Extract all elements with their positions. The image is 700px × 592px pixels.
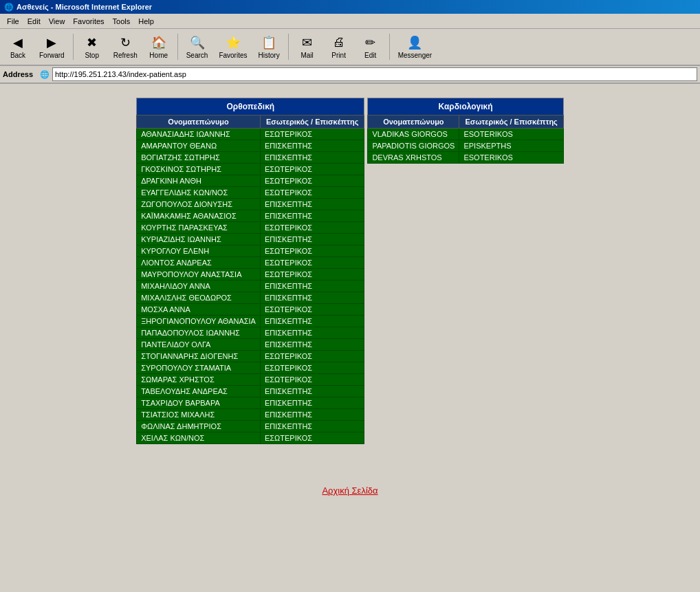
ortho-row[interactable]: ΕΥΑΓΓΕΛΙΔΗΣ ΚΩΝ/ΝΟΣΕΣΩΤΕΡΙΚΟΣ [137,187,364,199]
ortho-row[interactable]: ΤΣΙΑΤΣΙΟΣ ΜΙΧΑΛΗΣΕΠΙΣΚΕΠΤΗΣ [137,409,364,421]
ortho-name-cell: ΚΥΡΟΓΛΟΥ ΕΛΕΝΗ [137,245,261,257]
edit-button[interactable]: ✏ Edit [356,30,386,63]
ortho-row[interactable]: ΚΑΪΜΑΚΑΜΗΣ ΑΘΑΝΑΣΙΟΣΕΠΙΣΚΕΠΤΗΣ [137,210,364,222]
menu-favorites[interactable]: Favorites [69,16,108,27]
ortho-table: Ορθοπεδική Ονοματεπώνυμο Εσωτερικός / Επ… [136,98,364,444]
ortho-section-header: Ορθοπεδική [137,98,364,116]
menu-bar: File Edit View Favorites Tools Help [0,14,700,29]
menu-tools[interactable]: Tools [109,16,135,27]
ortho-row[interactable]: ΤΣΑΧΡΙΔΟΥ ΒΑΡΒΑΡΑΕΠΙΣΚΕΠΤΗΣ [137,397,364,409]
ortho-row[interactable]: ΑΜΑΡΑΝΤΟΥ ΘΕΑΝΩΕΠΙΣΚΕΠΤΗΣ [137,140,364,152]
ortho-row[interactable]: ΒΟΓΙΑΤΖΗΣ ΣΩΤΗΡΗΣΕΠΙΣΚΕΠΤΗΣ [137,152,364,164]
ortho-row[interactable]: ΚΥΡΙΑΖΙΔΗΣ ΙΩΑΝΝΗΣΕΠΙΣΚΕΠΤΗΣ [137,234,364,245]
messenger-button[interactable]: 👤 Messenger [393,30,437,63]
cardio-col-type: Εσωτερικός / Επισκέπτης [459,116,563,129]
toolbar: ◀ Back ▶ Forward ✖ Stop ↻ Refresh 🏠 Home… [0,29,700,66]
cardio-col-name: Ονοματεπώνυμο [368,116,459,129]
favorites-button[interactable]: ⭐ Favorites [214,30,252,63]
ortho-row[interactable]: ΜΟΣΧΑ ΑΝΝΑΕΣΩΤΕΡΙΚΟΣ [137,304,364,316]
mail-button[interactable]: ✉ Mail [292,30,322,63]
ortho-type-cell: ΕΣΩΤΕΡΙΚΟΣ [260,269,364,281]
home-icon: 🏠 [151,35,166,50]
menu-edit[interactable]: Edit [23,16,45,27]
menu-help[interactable]: Help [134,16,158,27]
ortho-type-cell: ΕΣΩΤΕΡΙΚΟΣ [260,304,364,316]
ortho-row[interactable]: ΞΗΡΟΓΙΑΝΟΠΟΥΛΟΥ ΑΘΑΝΑΣΙΑΕΠΙΣΚΕΠΤΗΣ [137,316,364,327]
footer-link[interactable]: Αρχική Σελίδα [322,485,378,496]
stop-button[interactable]: ✖ Stop [77,30,107,63]
ortho-type-cell: ΕΣΩΤΕΡΙΚΟΣ [260,432,364,444]
ortho-type-cell: ΕΠΙΣΚΕΠΤΗΣ [260,397,364,409]
refresh-button[interactable]: ↻ Refresh [109,30,142,63]
cardio-name-cell: VLADIKAS GIORGOS [368,129,459,140]
forward-button[interactable]: ▶ Forward [34,30,69,63]
ortho-type-cell: ΕΠΙΣΚΕΠΤΗΣ [260,316,364,327]
ortho-row[interactable]: ΓΚΟΣΚΙΝΟΣ ΣΩΤΗΡΗΣΕΣΩΤΕΡΙΚΟΣ [137,164,364,175]
ortho-type-cell: ΕΠΙΣΚΕΠΤΗΣ [260,199,364,210]
edit-icon: ✏ [363,35,378,50]
ortho-row[interactable]: ΚΟΥΡΤΗΣ ΠΑΡΑΣΚΕΥΑΣΕΣΩΤΕΡΙΚΟΣ [137,222,364,234]
ortho-name-cell: ΕΥΑΓΓΕΛΙΔΗΣ ΚΩΝ/ΝΟΣ [137,187,261,199]
ortho-name-cell: ΣΥΡΟΠΟΥΛΟΥ ΣΤΑΜΑΤΙΑ [137,362,261,374]
ortho-name-cell: ΤΣΑΧΡΙΔΟΥ ΒΑΡΒΑΡΑ [137,397,261,409]
ortho-row[interactable]: ΤΑΒΕΛΟΥΔΗΣ ΑΝΔΡΕΑΣΕΠΙΣΚΕΠΤΗΣ [137,386,364,397]
ortho-type-cell: ΕΠΙΣΚΕΠΤΗΣ [260,292,364,304]
address-input[interactable] [52,67,697,81]
ortho-name-cell: ΤΣΙΑΤΣΙΟΣ ΜΙΧΑΛΗΣ [137,409,261,421]
history-button[interactable]: 📋 History [254,30,285,63]
history-icon: 📋 [261,35,276,50]
cardio-table: Καρδιολογική Ονοματεπώνυμο Εσωτερικός / … [367,98,563,164]
title-bar-text: Ασθενείς - Microsoft Internet Explorer [17,3,152,11]
cardio-row[interactable]: PAPADIOTIS GIORGOSEPISKEPTHS [368,140,563,152]
cardio-name-cell: PAPADIOTIS GIORGOS [368,140,459,152]
forward-icon: ▶ [44,35,59,50]
ortho-type-cell: ΕΠΙΣΚΕΠΤΗΣ [260,409,364,421]
favorites-icon: ⭐ [226,35,241,50]
ortho-row[interactable]: ΔΡΑΓΚΙΝΗ ΑΝΘΗΕΣΩΤΕΡΙΚΟΣ [137,175,364,187]
ortho-type-cell: ΕΣΩΤΕΡΙΚΟΣ [260,129,364,140]
toolbar-sep-1 [73,34,74,60]
ortho-type-cell: ΕΠΙΣΚΕΠΤΗΣ [260,386,364,397]
ortho-row[interactable]: ΛΙΟΝΤΟΣ ΑΝΔΡΕΑΣΕΣΩΤΕΡΙΚΟΣ [137,257,364,269]
ortho-row[interactable]: ΠΑΝΤΕΛΙΔΟΥ ΟΛΓΑΕΠΙΣΚΕΠΤΗΣ [137,339,364,351]
ortho-type-cell: ΕΠΙΣΚΕΠΤΗΣ [260,234,364,245]
search-button[interactable]: 🔍 Search [182,30,213,63]
ortho-type-cell: ΕΠΙΣΚΕΠΤΗΣ [260,281,364,292]
ortho-name-cell: ΑΜΑΡΑΝΤΟΥ ΘΕΑΝΩ [137,140,261,152]
ortho-row[interactable]: ΠΑΠΑΔΟΠΟΥΛΟΣ ΙΩΑΝΝΗΣΕΠΙΣΚΕΠΤΗΣ [137,327,364,339]
cardio-name-cell: DEVRAS XRHSTOS [368,152,459,164]
ortho-name-cell: ΚΟΥΡΤΗΣ ΠΑΡΑΣΚΕΥΑΣ [137,222,261,234]
ortho-name-cell: ΔΡΑΓΚΙΝΗ ΑΝΘΗ [137,175,261,187]
ortho-type-cell: ΕΣΩΤΕΡΙΚΟΣ [260,164,364,175]
cardio-row[interactable]: VLADIKAS GIORGOSESOTERIKOS [368,129,563,140]
messenger-icon: 👤 [407,35,422,50]
ortho-name-cell: ΑΘΑΝΑΣΙΑΔΗΣ ΙΩΑΝΝΗΣ [137,129,261,140]
ortho-row[interactable]: ΧΕΙΛΑΣ ΚΩΝ/ΝΟΣΕΣΩΤΕΡΙΚΟΣ [137,432,364,444]
ortho-name-cell: ΓΚΟΣΚΙΝΟΣ ΣΩΤΗΡΗΣ [137,164,261,175]
ortho-col-type: Εσωτερικός / Επισκέπτης [260,116,364,129]
ortho-row[interactable]: ΣΩΜΑΡΑΣ ΧΡΗΣΤΟΣΕΣΩΤΕΡΙΚΟΣ [137,374,364,386]
ortho-row[interactable]: ΣΤΟΓΙΑΝΝΑΡΗΣ ΔΙΟΓΕΝΗΣΕΣΩΤΕΡΙΚΟΣ [137,351,364,362]
tables-container: Ορθοπεδική Ονοματεπώνυμο Εσωτερικός / Επ… [136,98,564,444]
cardio-row[interactable]: DEVRAS XRHSTOSESOTERIKOS [368,152,563,164]
ortho-col-name: Ονοματεπώνυμο [137,116,261,129]
address-bar: Address 🌐 [0,66,700,84]
ortho-row[interactable]: ΦΩΛΙΝΑΣ ΔΗΜΗΤΡΙΟΣΕΠΙΣΚΕΠΤΗΣ [137,421,364,432]
ortho-row[interactable]: ΜΙΧΑΗΛΙΔΟΥ ΑΝΝΑΕΠΙΣΚΕΠΤΗΣ [137,281,364,292]
ortho-row[interactable]: ΜΑΥΡΟΠΟΥΛΟΥ ΑΝΑΣΤΑΣΙΑΕΣΩΤΕΡΙΚΟΣ [137,269,364,281]
ortho-row[interactable]: ΚΥΡΟΓΛΟΥ ΕΛΕΝΗΕΣΩΤΕΡΙΚΟΣ [137,245,364,257]
back-button[interactable]: ◀ Back [3,30,33,63]
mail-icon: ✉ [300,35,315,50]
ortho-name-cell: ΞΗΡΟΓΙΑΝΟΠΟΥΛΟΥ ΑΘΑΝΑΣΙΑ [137,316,261,327]
ortho-row[interactable]: ΖΩΓΟΠΟΥΛΟΣ ΔΙΟΝΥΣΗΣΕΠΙΣΚΕΠΤΗΣ [137,199,364,210]
ortho-row[interactable]: ΑΘΑΝΑΣΙΑΔΗΣ ΙΩΑΝΝΗΣΕΣΩΤΕΡΙΚΟΣ [137,129,364,140]
ortho-row[interactable]: ΜΙΧΑΛΙΣΛΗΣ ΘΕΟΔΩΡΟΣΕΠΙΣΚΕΠΤΗΣ [137,292,364,304]
ortho-type-cell: ΕΠΙΣΚΕΠΤΗΣ [260,327,364,339]
menu-file[interactable]: File [3,16,23,27]
home-button[interactable]: 🏠 Home [144,30,174,63]
ortho-type-cell: ΕΠΙΣΚΕΠΤΗΣ [260,152,364,164]
menu-view[interactable]: View [45,16,69,27]
cardio-type-cell: ESOTERIKOS [459,152,563,164]
print-button[interactable]: 🖨 Print [324,30,354,63]
ortho-row[interactable]: ΣΥΡΟΠΟΥΛΟΥ ΣΤΑΜΑΤΙΑΕΣΩΤΕΡΙΚΟΣ [137,362,364,374]
